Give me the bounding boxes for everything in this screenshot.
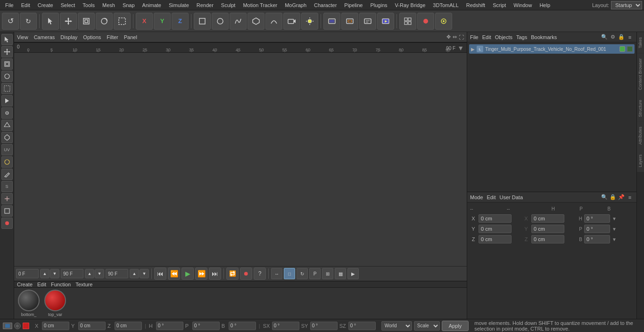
btn-mode-rotate[interactable]: ↻ bbox=[297, 268, 308, 279]
left-tool-move[interactable] bbox=[1, 46, 13, 57]
obj-menu-bookmarks[interactable]: Bookmarks bbox=[531, 34, 557, 40]
viewport-icon-1[interactable]: ✥ bbox=[446, 34, 451, 40]
viewport-menu-filter[interactable]: Filter bbox=[107, 34, 118, 40]
coord-y-pos[interactable] bbox=[479, 225, 512, 233]
left-tool-knife[interactable] bbox=[1, 169, 13, 180]
obj-lock-icon[interactable]: 🔒 bbox=[618, 33, 625, 41]
obj-search-icon[interactable]: 🔍 bbox=[601, 33, 608, 41]
move-tool[interactable] bbox=[60, 13, 77, 30]
left-tool-cursor[interactable] bbox=[1, 34, 13, 45]
left-tool-snap[interactable] bbox=[1, 193, 13, 204]
render-view-button[interactable] bbox=[323, 13, 340, 30]
grid-button[interactable] bbox=[399, 13, 416, 30]
coord-bar-x-input[interactable] bbox=[42, 322, 69, 330]
scale-dropdown[interactable]: Scale Size bbox=[414, 321, 440, 331]
menu-tools[interactable]: Tools bbox=[79, 1, 98, 9]
btn-record[interactable]: ⏺ bbox=[240, 267, 252, 280]
coord-bar-z-input[interactable] bbox=[115, 322, 142, 330]
attr-more-icon[interactable]: ≡ bbox=[626, 194, 634, 201]
menu-help[interactable]: Help bbox=[536, 1, 553, 9]
btn-help[interactable]: ? bbox=[254, 267, 266, 280]
render-settings-button[interactable] bbox=[359, 13, 376, 30]
attr-menu-user-data[interactable]: User Data bbox=[500, 194, 523, 200]
world-dropdown[interactable]: World Local bbox=[381, 321, 412, 331]
btn-play[interactable]: ▶ bbox=[182, 267, 194, 280]
undo-button[interactable]: ↺ bbox=[2, 13, 19, 30]
timeline-expand[interactable]: ▼ bbox=[457, 44, 464, 52]
btn-end-up[interactable]: ▲ bbox=[85, 269, 94, 278]
spline-button[interactable] bbox=[230, 13, 247, 30]
menu-mograph[interactable]: MoGraph bbox=[281, 1, 310, 9]
btn-last-frame[interactable]: ⏭ bbox=[209, 267, 221, 280]
btn-next-frame[interactable]: ⏩ bbox=[195, 267, 207, 280]
coord-z-pos2[interactable] bbox=[531, 235, 564, 243]
left-tool-scale[interactable] bbox=[1, 58, 13, 70]
viewport-icon-3[interactable]: ⛶ bbox=[459, 34, 464, 40]
btn-prev-frame[interactable]: ⏪ bbox=[168, 267, 180, 280]
layout-dropdown[interactable]: Startup bbox=[611, 1, 642, 9]
redo-button[interactable]: ↻ bbox=[20, 13, 37, 30]
menu-edit[interactable]: Edit bbox=[18, 1, 33, 9]
polygon-button[interactable] bbox=[248, 13, 264, 30]
left-tool-uv[interactable]: UV bbox=[1, 144, 13, 155]
light-type-button[interactable] bbox=[435, 13, 452, 30]
tab-structure[interactable]: Structure bbox=[637, 95, 644, 122]
viewport-icon-2[interactable]: ⇔ bbox=[453, 34, 457, 40]
btn-mode-box[interactable]: □ bbox=[284, 268, 295, 279]
coord-y-pos2[interactable] bbox=[531, 225, 564, 233]
btn-prev-down[interactable]: ▼ bbox=[140, 269, 149, 278]
obj-menu-objects[interactable]: Objects bbox=[495, 34, 512, 40]
rotate-tool[interactable] bbox=[96, 13, 113, 30]
apply-button[interactable]: Apply bbox=[442, 321, 469, 331]
mini-circle-btn[interactable]: ○ bbox=[14, 323, 21, 329]
coord-bar-p-input[interactable] bbox=[192, 322, 220, 330]
coord-p-val[interactable] bbox=[584, 225, 610, 233]
deformer-button[interactable] bbox=[265, 13, 282, 30]
tab-takes[interactable]: Takes bbox=[637, 32, 644, 53]
coord-bar-sy-input[interactable] bbox=[310, 322, 338, 330]
menu-plugins[interactable]: Plugins bbox=[367, 1, 390, 9]
menu-select[interactable]: Select bbox=[58, 1, 79, 9]
coord-bar-h-input[interactable] bbox=[156, 322, 183, 330]
attr-menu-mode[interactable]: Mode bbox=[470, 194, 483, 200]
material-top-var[interactable]: top_var bbox=[44, 290, 66, 317]
btn-first-frame[interactable]: ⏮ bbox=[154, 267, 166, 280]
menu-motion-tracker[interactable]: Motion Tracker bbox=[239, 1, 281, 9]
menu-3dtoall[interactable]: 3DTomALL bbox=[429, 1, 462, 9]
render-button[interactable] bbox=[377, 13, 394, 30]
tab-layers[interactable]: Layers bbox=[637, 149, 644, 172]
mini-red-btn[interactable] bbox=[23, 323, 29, 329]
object-visibility-dot[interactable] bbox=[627, 46, 633, 52]
attr-lock-icon[interactable]: 🔒 bbox=[609, 194, 617, 201]
left-tool-point[interactable] bbox=[1, 107, 13, 119]
coord-bar-y-input[interactable] bbox=[78, 322, 106, 330]
coord-x-pos2[interactable] bbox=[531, 214, 564, 223]
attr-menu-edit[interactable]: Edit bbox=[487, 194, 496, 200]
left-tool-box[interactable] bbox=[1, 205, 13, 217]
left-tool-live[interactable] bbox=[1, 95, 13, 106]
viewport-mini-btn[interactable] bbox=[3, 323, 12, 329]
material-bottom[interactable]: bottom_ bbox=[18, 290, 40, 317]
select-all-tool[interactable] bbox=[114, 13, 131, 30]
obj-more-icon[interactable]: ≡ bbox=[626, 33, 634, 41]
left-tool-smooth[interactable]: S bbox=[1, 181, 13, 192]
obj-menu-tags[interactable]: Tags bbox=[516, 34, 527, 40]
left-tool-edge[interactable] bbox=[1, 120, 13, 131]
coord-bar-sz-input[interactable] bbox=[348, 322, 376, 330]
coord-h-val[interactable] bbox=[584, 214, 610, 223]
null-object-button[interactable] bbox=[212, 13, 229, 30]
viewport-menu-cameras[interactable]: Cameras bbox=[34, 34, 55, 40]
object-row-vehicle[interactable]: ▶ L Tinger_Multi_Purpose_Track_Vehicle_N… bbox=[469, 44, 635, 54]
mat-menu-texture[interactable]: Texture bbox=[75, 282, 92, 287]
left-tool-record[interactable] bbox=[1, 218, 13, 229]
btn-mode-move[interactable]: ↔ bbox=[271, 268, 282, 279]
menu-animate[interactable]: Animate bbox=[139, 1, 165, 9]
left-tool-rotate[interactable] bbox=[1, 71, 13, 82]
obj-menu-edit[interactable]: Edit bbox=[482, 34, 491, 40]
menu-snap[interactable]: Snap bbox=[119, 1, 138, 9]
render-region-button[interactable] bbox=[341, 13, 358, 30]
obj-menu-file[interactable]: File bbox=[470, 34, 479, 40]
menu-redshift[interactable]: Redshift bbox=[463, 1, 488, 9]
btn-end-down[interactable]: ▼ bbox=[95, 269, 104, 278]
btn-prev-up[interactable]: ▲ bbox=[130, 269, 139, 278]
